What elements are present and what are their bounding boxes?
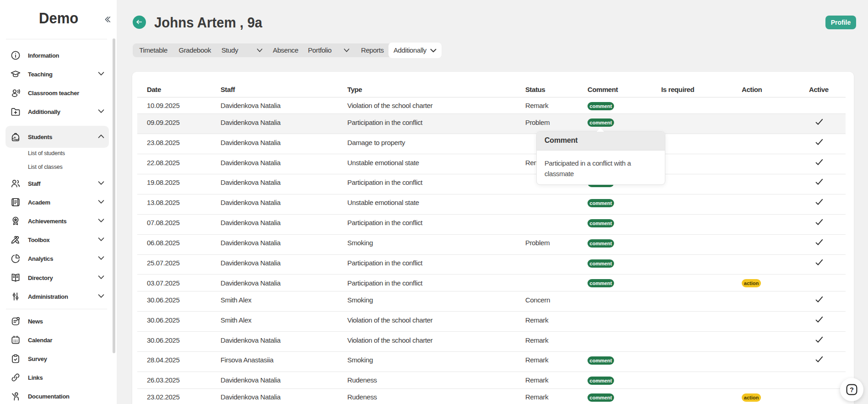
svg-text:?: ?: [850, 386, 854, 393]
